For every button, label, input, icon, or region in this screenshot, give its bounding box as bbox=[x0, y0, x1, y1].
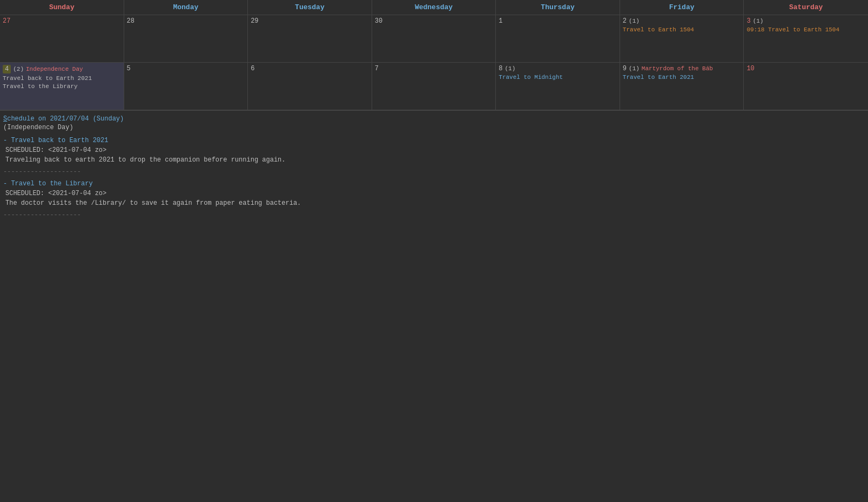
date-6: 6 bbox=[251, 65, 254, 72]
event-sat-3-1: 09:18 Travel to Earth 1504 bbox=[746, 26, 865, 34]
holiday-9: Martyrdom of the Báb bbox=[642, 65, 713, 72]
date-8: 8 bbox=[499, 65, 502, 72]
header-friday: Friday bbox=[620, 0, 744, 15]
cell-fri-2[interactable]: 2 (1) Travel to Earth 1504 bbox=[620, 15, 744, 63]
date-28: 28 bbox=[127, 17, 134, 25]
schedule-section: Schedule on 2021/07/04 (Sunday) (Indepen… bbox=[0, 110, 868, 227]
count-2: (1) bbox=[629, 18, 640, 24]
event-thu-8-1: Travel to Midnight bbox=[499, 73, 617, 82]
divider-1: -------------------- bbox=[3, 168, 865, 176]
date-7: 7 bbox=[375, 65, 379, 72]
cell-sun-4[interactable]: 4 (2) Independence Day Travel back to Ea… bbox=[0, 63, 124, 110]
cell-fri-9[interactable]: 9 (1) Martyrdom of the Báb Travel to Ear… bbox=[620, 63, 744, 110]
divider-2: -------------------- bbox=[3, 211, 865, 219]
schedule-title: Schedule on 2021/07/04 (Sunday) bbox=[3, 115, 865, 123]
cell-wed-30[interactable]: 30 bbox=[372, 15, 496, 63]
calendar-header: Sunday Monday Tuesday Wednesday Thursday… bbox=[0, 0, 868, 15]
date-30: 30 bbox=[375, 17, 382, 25]
cell-sat-3[interactable]: 3 (1) 09:18 Travel to Earth 1504 bbox=[744, 15, 868, 63]
date-1: 1 bbox=[499, 17, 502, 25]
header-monday: Monday bbox=[124, 0, 248, 15]
cell-tue-29[interactable]: 29 bbox=[248, 15, 372, 63]
entry-1-title: - Travel back to Earth 2021 bbox=[3, 137, 865, 144]
cell-thu-1[interactable]: 1 bbox=[496, 15, 620, 63]
header-saturday: Saturday bbox=[744, 0, 868, 15]
count-4: (2) bbox=[13, 66, 24, 72]
header-thursday: Thursday bbox=[496, 0, 620, 15]
date-10: 10 bbox=[746, 65, 754, 72]
entry-1-desc: Traveling back to earth 2021 to drop the… bbox=[3, 156, 865, 164]
cell-mon-28[interactable]: 28 bbox=[124, 15, 248, 63]
cell-tue-6[interactable]: 6 bbox=[248, 63, 372, 110]
date-5: 5 bbox=[127, 65, 131, 72]
header-tuesday: Tuesday bbox=[248, 0, 372, 15]
event-fri-2-1: Travel to Earth 1504 bbox=[623, 26, 741, 34]
count-8: (1) bbox=[504, 65, 515, 72]
entry-2-title: - Travel to the Library bbox=[3, 180, 865, 188]
header-wednesday: Wednesday bbox=[372, 0, 496, 15]
event-fri-9-1: Travel to Earth 2021 bbox=[623, 73, 741, 82]
event-sun-4-2: Travel to the Library bbox=[3, 83, 121, 91]
header-sunday: Sunday bbox=[0, 0, 124, 15]
date-27: 27 bbox=[3, 17, 10, 25]
count-3: (1) bbox=[753, 18, 764, 24]
date-3: 3 bbox=[746, 17, 750, 25]
entry-2-scheduled: SCHEDULED: <2021-07-04 zo> bbox=[3, 190, 865, 197]
event-sun-4-1: Travel back to Earth 2021 bbox=[3, 75, 121, 83]
entry-2-desc: The doctor visits the /Library/ to save … bbox=[3, 199, 865, 207]
schedule-entry-1: - Travel back to Earth 2021 SCHEDULED: <… bbox=[3, 137, 865, 164]
schedule-subtitle: (Independence Day) bbox=[3, 124, 865, 131]
cell-sun-27[interactable]: 27 bbox=[0, 15, 124, 63]
date-2: 2 bbox=[623, 17, 627, 25]
calendar-row-1: 27 28 29 30 1 2 (1) Travel to Earth 1504 bbox=[0, 15, 868, 63]
schedule-title-rest: chedule on 2021/07/04 (Sunday) bbox=[7, 115, 124, 123]
cell-sat-10[interactable]: 10 bbox=[744, 63, 868, 110]
calendar-row-2: 4 (2) Independence Day Travel back to Ea… bbox=[0, 63, 868, 110]
date-29: 29 bbox=[251, 17, 258, 25]
schedule-entry-2: - Travel to the Library SCHEDULED: <2021… bbox=[3, 180, 865, 207]
entry-1-scheduled: SCHEDULED: <2021-07-04 zo> bbox=[3, 146, 865, 154]
date-9: 9 bbox=[623, 65, 627, 72]
cell-wed-7[interactable]: 7 bbox=[372, 63, 496, 110]
cell-mon-5[interactable]: 5 bbox=[124, 63, 248, 110]
date-4: 4 bbox=[3, 65, 11, 73]
holiday-4: Independence Day bbox=[26, 66, 83, 72]
count-9: (1) bbox=[629, 65, 640, 72]
cell-thu-8[interactable]: 8 (1) Travel to Midnight bbox=[496, 63, 620, 110]
